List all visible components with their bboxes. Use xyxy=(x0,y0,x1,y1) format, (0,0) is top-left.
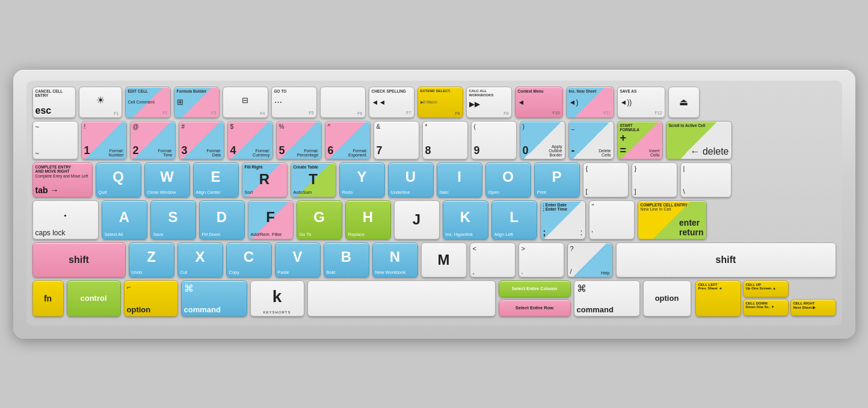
key-p[interactable]: P Print xyxy=(534,162,580,197)
key-tilde[interactable]: ~ ~ xyxy=(32,121,78,159)
key-f6[interactable]: F6 xyxy=(320,87,366,118)
key-option-left[interactable]: ⌐ option xyxy=(124,280,178,317)
key-0[interactable]: ) 0 ApplyOutlineBorder xyxy=(520,121,565,159)
key-slash[interactable]: ? / Help xyxy=(567,243,613,277)
key-bracket-l[interactable]: { [ xyxy=(583,162,629,197)
key-cell-down[interactable]: CELL DOWNDown One Sc. ▼ xyxy=(743,299,789,316)
key-u[interactable]: U Underline xyxy=(388,162,434,197)
key-select-entire-column[interactable]: Select Entire Column xyxy=(499,280,571,297)
key-9[interactable]: ( 9 xyxy=(471,121,517,159)
key-y[interactable]: Y Redo xyxy=(339,162,385,197)
key-bracket-r[interactable]: } ] xyxy=(632,162,677,197)
key-f2[interactable]: EDIT CELL Cell Comment F2 xyxy=(125,87,171,118)
key-b[interactable]: B Bold xyxy=(324,243,369,277)
key-l[interactable]: L Align Left xyxy=(491,200,537,240)
key-1[interactable]: ! 1 Format:Number xyxy=(81,121,127,159)
key-c[interactable]: C Copy xyxy=(226,243,272,277)
key-f3[interactable]: Formula Builder ⊞ F3 xyxy=(174,87,220,118)
key-4[interactable]: $ 4 Format:Currency xyxy=(227,121,273,159)
key-a[interactable]: A Select All xyxy=(102,200,147,240)
key-f1[interactable]: ☀ F1 xyxy=(79,87,122,118)
key-command-left[interactable]: ⌘ command xyxy=(181,280,247,317)
key-m[interactable]: M xyxy=(421,243,467,277)
key-h[interactable]: H Replace xyxy=(345,200,391,240)
select-column-row-group: Select Entire Column Select Entire Row xyxy=(499,280,571,317)
key-5[interactable]: % 5 Format:Percentage xyxy=(276,121,322,159)
key-s[interactable]: S Save xyxy=(150,200,196,240)
key-i[interactable]: I Italic xyxy=(437,162,482,197)
key-equals[interactable]: STARTFORMULA += InsertCells xyxy=(617,121,663,159)
key-6[interactable]: ^ 6 Format:Exponent. xyxy=(325,121,371,159)
key-r[interactable]: Fill Right R Sort xyxy=(242,162,288,197)
key-x[interactable]: X Cut xyxy=(177,243,223,277)
key-comma[interactable]: < , xyxy=(470,243,516,277)
key-g[interactable]: G Go To xyxy=(297,200,342,240)
key-control[interactable]: control xyxy=(67,280,121,317)
key-delete[interactable]: Scroll to Active Cell ← delete xyxy=(666,121,732,159)
qwerty-row: COMPLETE ENTRYAND MOVE RIGHTComplete Ent… xyxy=(32,162,836,197)
key-option-right[interactable]: option xyxy=(643,280,691,317)
key-fn[interactable]: fn xyxy=(32,280,64,317)
bottom-row: fn control ⌐ option ⌘ command k KEYSHORT… xyxy=(32,280,836,317)
key-esc[interactable]: CANCEL CELL ENTRY esc xyxy=(32,87,76,118)
key-select-entire-row[interactable]: Select Entire Row xyxy=(499,300,571,317)
zxcv-row: shift Z Undo X Cut C Copy V Paste xyxy=(32,243,836,277)
key-quote[interactable]: " ' xyxy=(589,200,635,240)
key-return[interactable]: COMPLETE CELL ENTRY New Line In Cell ent… xyxy=(638,200,707,240)
key-f4[interactable]: ⊟ F4 xyxy=(223,87,268,118)
key-f5[interactable]: GO TO ⋯ F5 xyxy=(271,87,317,118)
keyboard: CANCEL CELL ENTRY esc ☀ F1 EDIT CELL Cel… xyxy=(13,70,855,339)
key-f8[interactable]: EXTEND SELECT. ▶II Macro F8 xyxy=(417,87,463,118)
arrow-right-cluster: CELL LEFTPrev. Sheet ◄ CELL UPUp One Scr… xyxy=(695,280,836,317)
number-row: ~ ~ ! 1 Format:Number @ 2 F xyxy=(32,121,836,159)
key-f10[interactable]: Context Menu ◄ F10 xyxy=(515,87,563,118)
key-3[interactable]: # 3 Format:Date xyxy=(179,121,224,159)
key-8[interactable]: * 8 xyxy=(422,121,468,159)
key-o[interactable]: O Open xyxy=(485,162,531,197)
key-command-right[interactable]: ⌘ command xyxy=(574,280,640,317)
key-f11[interactable]: Ins. New Sheet ◄) F11 xyxy=(566,87,614,118)
key-j[interactable]: J xyxy=(394,200,440,240)
key-caps-lock[interactable]: • caps lock xyxy=(32,200,99,240)
key-cell-left[interactable]: CELL LEFTPrev. Sheet ◄ xyxy=(695,280,741,317)
function-row: CANCEL CELL ENTRY esc ☀ F1 EDIT CELL Cel… xyxy=(32,87,836,118)
key-t[interactable]: Create Table T AutoSum xyxy=(291,162,336,197)
key-z[interactable]: Z Undo xyxy=(129,243,174,277)
key-backslash[interactable]: | \ xyxy=(680,162,731,197)
key-v[interactable]: V Paste xyxy=(275,243,321,277)
key-brand: k KEYSHORTS xyxy=(250,280,304,317)
key-d[interactable]: D Fill Down xyxy=(199,200,245,240)
key-shift-right[interactable]: shift xyxy=(616,243,836,277)
asdf-row: • caps lock A Select All S Save D Fill D… xyxy=(32,200,836,240)
key-f7[interactable]: CHECK SPELLING ◄◄ F7 xyxy=(369,87,414,118)
key-f12[interactable]: SAVE AS ◄)) F12 xyxy=(617,87,665,118)
key-cell-up[interactable]: CELL UPUp One Screen ▲ xyxy=(743,280,789,297)
key-shift-left[interactable]: shift xyxy=(32,243,126,277)
key-n[interactable]: N New Workbook xyxy=(372,243,418,277)
key-w[interactable]: W Close Window xyxy=(144,162,190,197)
key-minus[interactable]: _ - DeleteCells xyxy=(568,121,614,159)
key-f9[interactable]: CALC ALL WORKBOOKS ▶▶ F9 xyxy=(466,87,512,118)
key-cell-right[interactable]: CELL RIGHTNext Sheet ▶ xyxy=(790,299,836,316)
key-period[interactable]: > . xyxy=(519,243,564,277)
key-tab[interactable]: COMPLETE ENTRYAND MOVE RIGHTComplete Ent… xyxy=(32,162,93,197)
key-k[interactable]: K Ins. Hyperlink xyxy=(443,200,488,240)
key-q[interactable]: Q Quit xyxy=(96,162,141,197)
key-semicolon[interactable]: ; Enter Date; Enter Time ; : xyxy=(540,200,586,240)
key-f[interactable]: F Add/Rem. Filter xyxy=(248,200,294,240)
key-e[interactable]: E Align Center xyxy=(193,162,239,197)
key-7[interactable]: & 7 xyxy=(374,121,419,159)
key-2[interactable]: @ 2 Format:Time xyxy=(130,121,176,159)
key-eject[interactable]: ⏏ xyxy=(668,87,700,118)
key-space[interactable] xyxy=(307,280,496,317)
